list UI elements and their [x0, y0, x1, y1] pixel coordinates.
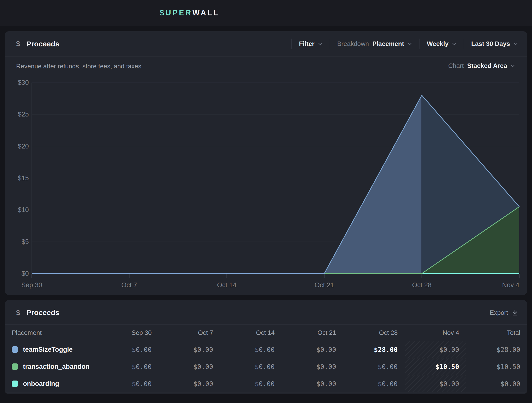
- y-axis-tick-label: $10: [18, 206, 29, 213]
- value-cell: $0.00: [220, 375, 282, 392]
- column-header-oct-14: Oct 14: [220, 325, 282, 341]
- page-title: Proceeds: [26, 40, 59, 48]
- logo-primary: $UPER: [160, 9, 192, 17]
- chart-subtitle: Revenue after refunds, store fees, and t…: [16, 63, 141, 70]
- chevron-down-icon: [513, 42, 518, 45]
- divider: [419, 39, 419, 49]
- page: $UPERWALL $ Proceeds Filter Breakdown Pl…: [0, 0, 532, 403]
- chevron-down-icon: [318, 42, 322, 45]
- series-color-swatch: [12, 346, 18, 353]
- proceeds-table-card: $ Proceeds Export PlacementSep 30Oct 7Oc…: [5, 300, 527, 394]
- column-header-oct-21: Oct 21: [282, 325, 343, 341]
- value-cell: $0.00: [405, 375, 466, 392]
- table-row: transaction_abandon$0.00$0.00$0.00$0.00$…: [5, 358, 527, 375]
- y-axis-tick-label: $25: [18, 111, 29, 118]
- value-cell: $0.00: [466, 375, 527, 392]
- chart-card-title-group: $ Proceeds: [16, 40, 59, 48]
- filter-dropdown[interactable]: Filter: [299, 40, 322, 48]
- series-color-swatch: [12, 381, 18, 387]
- chart-type-value: Stacked Area: [467, 62, 507, 70]
- column-header-oct-28: Oct 28: [343, 325, 405, 341]
- chart-type-dropdown[interactable]: Chart Stacked Area: [448, 62, 515, 70]
- x-axis-tick-label: Oct 21: [315, 281, 334, 289]
- series-color-swatch: [12, 363, 18, 370]
- value-cell: $0.00: [282, 341, 343, 358]
- x-axis-tick-label: Sep 30: [21, 281, 42, 289]
- y-axis-tick-label: $20: [18, 143, 29, 150]
- placement-name-cell[interactable]: teamSizeToggle: [5, 341, 97, 358]
- table-row: onboarding$0.00$0.00$0.00$0.00$0.00$0.00…: [5, 375, 527, 392]
- breakdown-dropdown[interactable]: Breakdown Placement: [337, 40, 412, 48]
- y-axis-tick-label: $15: [18, 174, 29, 182]
- y-axis-tick-label: $5: [21, 238, 29, 245]
- chart-type-label: Chart: [448, 62, 464, 70]
- column-header-placement: Placement: [5, 325, 97, 341]
- x-axis-tick-label: Oct 7: [121, 281, 137, 289]
- proceeds-table: PlacementSep 30Oct 7Oct 14Oct 21Oct 28No…: [5, 324, 527, 392]
- value-cell: $0.00: [220, 341, 282, 358]
- chevron-down-icon: [408, 42, 412, 45]
- column-header-nov-4: Nov 4: [405, 325, 466, 341]
- stacked-area-chart[interactable]: $0$5$10$15$20$25$30Sep 30Oct 7Oct 14Oct …: [5, 73, 527, 295]
- value-cell: $0.00: [97, 375, 159, 392]
- interval-value: Weekly: [427, 40, 449, 48]
- value-cell: $0.00: [282, 375, 343, 392]
- value-cell: $0.00: [97, 358, 159, 375]
- value-cell: $0.00: [343, 358, 405, 375]
- value-cell: $0.00: [159, 341, 220, 358]
- column-header-oct-7: Oct 7: [159, 325, 220, 341]
- value-cell: $0.00: [405, 341, 466, 358]
- dollar-icon: $: [16, 309, 20, 317]
- value-cell: $0.00: [343, 375, 405, 392]
- value-cell: $0.00: [220, 358, 282, 375]
- date-range-dropdown[interactable]: Last 30 Days: [471, 40, 518, 48]
- value-cell: $28.00: [466, 341, 527, 358]
- logo-secondary: WALL: [192, 9, 220, 17]
- table-title: Proceeds: [26, 308, 59, 317]
- column-header-total: Total: [466, 325, 527, 341]
- divider: [291, 39, 292, 49]
- value-cell: $0.00: [97, 341, 159, 358]
- column-header-sep-30: Sep 30: [97, 325, 159, 341]
- x-axis-tick-label: Oct 28: [412, 281, 432, 289]
- dollar-icon: $: [16, 40, 20, 48]
- value-cell: $0.00: [282, 358, 343, 375]
- superwall-logo[interactable]: $UPERWALL: [160, 0, 220, 26]
- chart-card-header: $ Proceeds Filter Breakdown Placement We…: [5, 31, 527, 57]
- date-range-value: Last 30 Days: [471, 40, 510, 48]
- placement-name: onboarding: [23, 380, 59, 387]
- proceeds-chart-card: $ Proceeds Filter Breakdown Placement We…: [5, 31, 527, 295]
- y-axis-tick-label: $0: [21, 270, 29, 277]
- table-card-title-group: $ Proceeds: [16, 308, 59, 317]
- table-row: teamSizeToggle$0.00$0.00$0.00$0.00$28.00…: [5, 341, 527, 358]
- top-bar: $UPERWALL: [0, 0, 532, 26]
- value-cell: $0.00: [159, 358, 220, 375]
- download-icon: [512, 309, 518, 316]
- chevron-down-icon: [452, 42, 456, 45]
- x-axis-tick-label: Nov 4: [502, 281, 519, 289]
- export-label: Export: [490, 309, 508, 317]
- filter-label: Filter: [299, 40, 315, 48]
- value-cell: $10.50: [466, 358, 527, 375]
- y-axis-tick-label: $30: [18, 79, 29, 86]
- export-button[interactable]: Export: [490, 309, 518, 317]
- value-cell: $28.00: [343, 341, 405, 358]
- value-cell: $10.50: [405, 358, 466, 375]
- breakdown-value: Placement: [372, 40, 404, 48]
- table-card-header: $ Proceeds Export: [5, 300, 527, 325]
- area-fill-past-teamSizeToggle: [32, 95, 422, 274]
- divider: [330, 39, 330, 49]
- divider: [464, 39, 464, 49]
- interval-dropdown[interactable]: Weekly: [427, 40, 456, 48]
- breakdown-label: Breakdown: [337, 40, 369, 48]
- x-axis-tick-label: Oct 14: [217, 281, 236, 289]
- chevron-down-icon: [511, 64, 515, 67]
- placement-name: teamSizeToggle: [23, 346, 73, 353]
- value-cell: $0.00: [159, 375, 220, 392]
- chart-controls: Filter Breakdown Placement Weekly Last 3…: [284, 39, 518, 49]
- placement-name-cell[interactable]: onboarding: [5, 375, 97, 392]
- table-header-row: PlacementSep 30Oct 7Oct 14Oct 21Oct 28No…: [5, 325, 527, 341]
- placement-name: transaction_abandon: [23, 363, 90, 370]
- placement-name-cell[interactable]: transaction_abandon: [5, 358, 97, 375]
